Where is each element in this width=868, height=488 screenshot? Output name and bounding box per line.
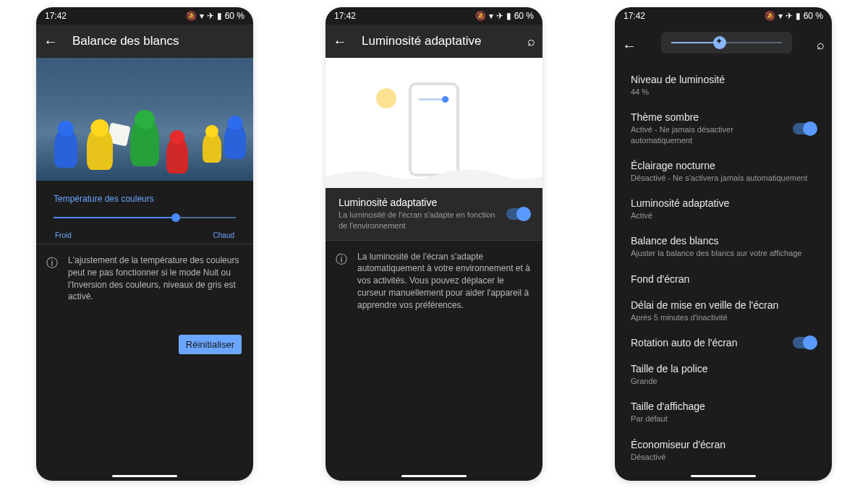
airplane-icon: ✈ [207, 12, 214, 20]
app-bar: ← Balance des blancs [36, 25, 253, 58]
nav-handle[interactable] [401, 475, 467, 477]
adaptive-brightness-toggle[interactable] [506, 208, 529, 220]
settings-item[interactable]: Fond d'écran [615, 266, 832, 292]
wifi-icon: ▾ [200, 12, 204, 20]
slider-min-label: Froid [55, 231, 72, 239]
item-sub: Désactivé - Ne s'activera jamais automat… [631, 173, 816, 183]
item-title: Balance des blancs [631, 235, 816, 247]
setting-title: Luminosité adaptative [339, 197, 498, 208]
screen-display-settings: 17:42 🔕 ▾ ✈ ▮ 60 % ← ⌕ Niveau de luminos… [615, 7, 832, 481]
item-title: Économiseur d'écran [631, 439, 816, 450]
brightness-icon[interactable] [713, 36, 726, 49]
battery-pct: 60 % [804, 11, 823, 21]
clock: 17:42 [334, 11, 356, 21]
info-text: L'ajustement de la température des coule… [68, 254, 243, 303]
item-sub: Par défaut [631, 414, 816, 424]
settings-item[interactable]: Niveau de luminosité44 % [615, 67, 832, 104]
settings-item[interactable]: Rotation auto de l'écran [615, 330, 832, 356]
color-temp-slider[interactable] [54, 217, 236, 218]
back-icon[interactable]: ← [622, 38, 637, 54]
item-title: Rotation auto de l'écran [631, 337, 784, 348]
info-text: La luminosité de l'écran s'adapte automa… [357, 251, 532, 312]
back-icon[interactable]: ← [43, 33, 58, 50]
item-title: Taille de la police [631, 363, 816, 374]
settings-item[interactable]: Taille de la policeGrande [615, 356, 832, 393]
adaptive-brightness-row[interactable]: Luminosité adaptative La luminosité de l… [326, 188, 542, 240]
item-sub: Activé [631, 210, 816, 221]
brightness-slider[interactable] [671, 42, 782, 43]
clock: 17:42 [624, 11, 645, 21]
battery-icon: ▮ [796, 12, 801, 20]
app-bar: ← Luminosité adaptative ⌕ [326, 25, 542, 58]
app-bar: ← ⌕ [615, 25, 832, 64]
settings-list: Niveau de luminosité44 %Thème sombreActi… [615, 64, 832, 472]
battery-icon: ▮ [217, 12, 222, 20]
airplane-icon: ✈ [496, 12, 503, 20]
item-sub: Après 5 minutes d'inactivité [631, 312, 816, 322]
item-title: Fond d'écran [631, 273, 816, 285]
search-icon[interactable]: ⌕ [527, 34, 535, 49]
info-note: ⓘ La luminosité de l'écran s'adapte auto… [326, 241, 542, 322]
info-note: ⓘ L'ajustement de la température des cou… [36, 244, 253, 313]
clock: 17:42 [45, 11, 67, 21]
item-title: Thème sombre [631, 111, 784, 123]
nav-handle[interactable] [112, 475, 177, 477]
nav-handle[interactable] [691, 475, 756, 477]
item-sub: Grande [631, 376, 816, 386]
section-label: Température des couleurs [54, 194, 236, 204]
info-icon: ⓘ [336, 252, 347, 312]
dnd-icon: 🔕 [475, 12, 486, 20]
dnd-icon: 🔕 [765, 12, 775, 20]
info-icon: ⓘ [46, 255, 58, 303]
back-icon[interactable]: ← [333, 33, 347, 50]
settings-item[interactable]: Taille d'affichagePar défaut [615, 393, 832, 431]
wifi-icon: ▾ [489, 12, 493, 20]
illustration [326, 58, 542, 188]
slider-max-label: Chaud [213, 231, 234, 239]
item-sub: 44 % [631, 87, 816, 97]
item-title: Niveau de luminosité [631, 74, 816, 85]
settings-item[interactable]: Éclairage nocturneDésactivé - Ne s'activ… [615, 153, 832, 190]
battery-pct: 60 % [514, 11, 534, 21]
settings-item[interactable]: Économiseur d'écranDésactivé [615, 432, 832, 469]
setting-sub: La luminosité de l'écran s'adapte en fon… [339, 210, 498, 231]
battery-pct: 60 % [225, 11, 244, 21]
item-toggle[interactable] [793, 123, 816, 134]
screen-white-balance: 17:42 🔕 ▾ ✈ ▮ 60 % ← Balance des blancs … [36, 7, 253, 481]
item-title: Luminosité adaptative [631, 197, 816, 209]
screen-adaptive-brightness: 17:42 🔕 ▾ ✈ ▮ 60 % ← Luminosité adaptati… [326, 7, 542, 481]
settings-item[interactable]: Luminosité adaptativeActivé [615, 190, 832, 228]
brightness-slider-box [661, 32, 792, 53]
battery-icon: ▮ [506, 12, 511, 20]
item-toggle[interactable] [793, 337, 816, 348]
status-bar: 17:42 🔕 ▾ ✈ ▮ 60 % [615, 7, 832, 25]
status-bar: 17:42 🔕 ▾ ✈ ▮ 60 % [326, 7, 542, 25]
preview-image [36, 58, 253, 181]
settings-item[interactable]: Délai de mise en veille de l'écranAprès … [615, 292, 832, 330]
reset-button[interactable]: Réinitialiser [179, 335, 242, 354]
settings-item[interactable]: Thème sombreActivé - Ne jamais désactive… [615, 104, 832, 153]
item-sub: Ajuster la balance des blancs sur votre … [631, 248, 816, 258]
page-title: Balance des blancs [72, 34, 246, 48]
wifi-icon: ▾ [778, 12, 783, 20]
item-title: Délai de mise en veille de l'écran [631, 299, 816, 311]
item-title: Taille d'affichage [631, 401, 816, 412]
item-title: Éclairage nocturne [631, 160, 816, 171]
settings-item[interactable]: Balance des blancsAjuster la balance des… [615, 228, 832, 265]
item-sub: Désactivé [631, 452, 816, 462]
page-title: Luminosité adaptative [362, 34, 513, 48]
dnd-icon: 🔕 [186, 12, 197, 20]
airplane-icon: ✈ [786, 12, 793, 20]
search-icon[interactable]: ⌕ [817, 38, 825, 53]
item-sub: Activé - Ne jamais désactiver automatiqu… [631, 124, 784, 145]
status-bar: 17:42 🔕 ▾ ✈ ▮ 60 % [36, 7, 253, 25]
